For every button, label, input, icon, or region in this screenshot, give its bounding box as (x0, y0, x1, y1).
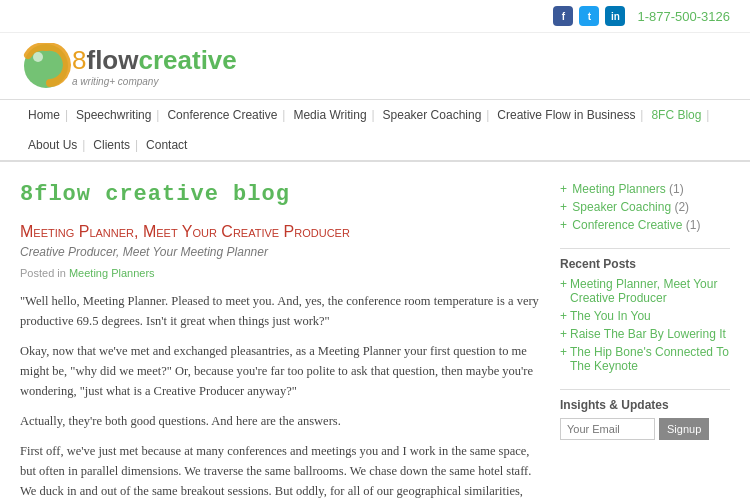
sidebar-recent-posts: Recent Posts Meeting Planner, Meet Your … (560, 248, 730, 373)
facebook-icon[interactable]: f (553, 6, 573, 26)
nav-link-about[interactable]: About Us (20, 130, 85, 160)
nav-link-clients[interactable]: Clients (85, 130, 138, 160)
nav-link-contact[interactable]: Contact (138, 130, 195, 160)
nav-item-conference[interactable]: Conference Creative (159, 100, 285, 130)
nav-item-creative-flow[interactable]: Creative Flow in Business (489, 100, 643, 130)
posted-in: Posted in Meeting Planners (20, 267, 540, 279)
social-icons: f t in (553, 6, 625, 26)
email-input[interactable] (560, 418, 655, 440)
post-paragraph-2: Okay, now that we've met and exchanged p… (20, 341, 540, 401)
sidebar-category-meeting-planners[interactable]: + Meeting Planners (1) (560, 182, 730, 196)
post-paragraph-4: First off, we've just met because at man… (20, 441, 540, 500)
nav-link-conference[interactable]: Conference Creative (159, 100, 285, 130)
signup-button[interactable]: Signup (659, 418, 709, 440)
nav-link-speaker[interactable]: Speaker Coaching (375, 100, 490, 130)
email-signup-row: Signup (560, 418, 730, 440)
nav-list: Home Speechwriting Conference Creative M… (20, 100, 730, 160)
blog-post: Meeting Planner, Meet Your Creative Prod… (20, 223, 540, 500)
sidebar: + Meeting Planners (1) + Speaker Coachin… (560, 182, 730, 500)
twitter-icon[interactable]: t (579, 6, 599, 26)
post-subtitle: Creative Producer, Meet Your Meeting Pla… (20, 245, 540, 259)
nav-item-speechwriting[interactable]: Speechwriting (68, 100, 159, 130)
logo-text: 8flowcreative a writing+ company (72, 45, 237, 87)
nav-item-home[interactable]: Home (20, 100, 68, 130)
main-wrapper: 8flow creative blog Meeting Planner, Mee… (0, 162, 750, 500)
phone-number: 1-877-500-3126 (637, 9, 730, 24)
logo-tagline: a writing+ company (72, 76, 237, 87)
logo-area: 8flowcreative a writing+ company (0, 33, 750, 100)
recent-post-2[interactable]: The You In You (560, 309, 730, 323)
linkedin-icon[interactable]: in (605, 6, 625, 26)
nav-item-contact[interactable]: Contact (138, 130, 195, 160)
nav-item-media[interactable]: Media Writing (285, 100, 374, 130)
blog-content: 8flow creative blog Meeting Planner, Mee… (20, 182, 540, 500)
logo-flow: flow (86, 45, 138, 75)
post-paragraph-3: Actually, they're both good questions. A… (20, 411, 540, 431)
logo-creative-text: creative (138, 45, 236, 75)
nav-link-speechwriting[interactable]: Speechwriting (68, 100, 159, 130)
post-category-link[interactable]: Meeting Planners (69, 267, 155, 279)
sidebar-insights: Insights & Updates Signup (560, 389, 730, 440)
nav-item-about[interactable]: About Us (20, 130, 85, 160)
post-paragraph-1: "Well hello, Meeting Planner. Pleased to… (20, 291, 540, 331)
insights-heading: Insights & Updates (560, 389, 730, 412)
svg-point-1 (33, 52, 43, 62)
nav-item-speaker[interactable]: Speaker Coaching (375, 100, 490, 130)
top-bar: f t in 1-877-500-3126 (0, 0, 750, 33)
recent-post-4[interactable]: The Hip Bone's Connected To The Keynote (560, 345, 730, 373)
post-title: Meeting Planner, Meet Your Creative Prod… (20, 223, 540, 241)
sidebar-category-conference-creative[interactable]: + Conference Creative (1) (560, 218, 730, 232)
nav-link-creative-flow[interactable]: Creative Flow in Business (489, 100, 643, 130)
recent-post-3[interactable]: Raise The Bar By Lowering It (560, 327, 730, 341)
logo-8: 8 (72, 45, 86, 75)
nav-link-blog[interactable]: 8FC Blog (643, 100, 709, 130)
logo-icon (20, 43, 72, 89)
nav-link-media[interactable]: Media Writing (285, 100, 374, 130)
post-body: "Well hello, Meeting Planner. Pleased to… (20, 291, 540, 500)
recent-posts-heading: Recent Posts (560, 248, 730, 271)
posted-in-label: Posted in (20, 267, 66, 279)
nav-item-clients[interactable]: Clients (85, 130, 138, 160)
sidebar-categories: + Meeting Planners (1) + Speaker Coachin… (560, 182, 730, 232)
recent-post-1[interactable]: Meeting Planner, Meet Your Creative Prod… (560, 277, 730, 305)
nav-link-home[interactable]: Home (20, 100, 68, 130)
main-nav: Home Speechwriting Conference Creative M… (0, 100, 750, 162)
page-title: 8flow creative blog (20, 182, 540, 207)
nav-item-blog[interactable]: 8FC Blog (643, 100, 709, 130)
sidebar-category-speaker-coaching[interactable]: + Speaker Coaching (2) (560, 200, 730, 214)
